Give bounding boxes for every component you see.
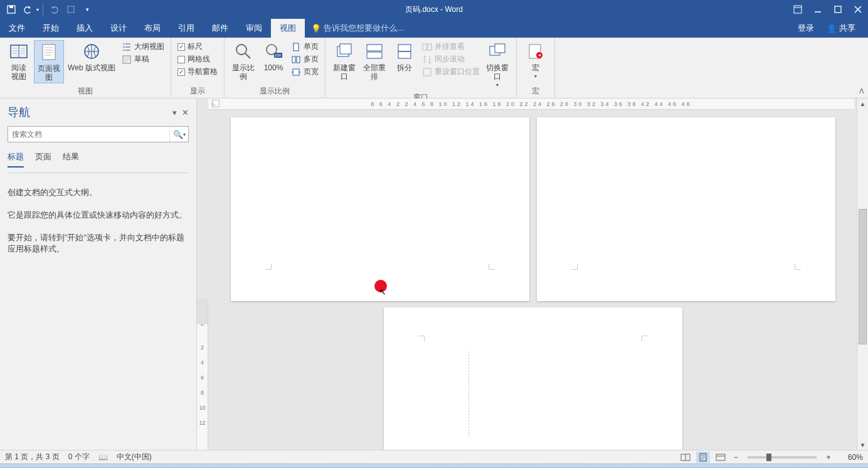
zoom-slider-knob[interactable]: [766, 454, 771, 461]
group-zoom-label: 显示比例: [228, 85, 321, 97]
ribbon-display-button[interactable]: [788, 0, 808, 19]
side-by-side-button[interactable]: 并排查看: [422, 41, 480, 52]
nav-search-input[interactable]: [8, 127, 169, 142]
minimize-button[interactable]: [808, 0, 828, 19]
macros-button[interactable]: 宏 ▾: [521, 40, 551, 82]
group-window: 新建窗口 全部重排 拆分 并排查看 同步滚动 重设窗口位置 切换窗口 ▾ 窗口: [326, 38, 517, 98]
windows-taskbar[interactable]: [0, 464, 868, 468]
nav-pane-title: 导航: [8, 105, 30, 120]
ruler-tick: 12: [199, 420, 205, 426]
tab-mailings[interactable]: 邮件: [203, 19, 237, 38]
title-bar: ▾ ▾ 页码.docx - Word: [0, 0, 868, 19]
web-layout-button[interactable]: Web 版式视图: [64, 40, 119, 73]
tell-me-search[interactable]: 💡 告诉我您想要做什么...: [305, 19, 410, 38]
vertical-ruler[interactable]: 4 2 2 4 6 8 10 12: [197, 299, 208, 450]
spellcheck-button[interactable]: 📖: [98, 453, 108, 462]
scroll-thumb[interactable]: [859, 209, 867, 344]
ribbon-tabs: 文件 开始 插入 设计 布局 引用 邮件 审阅 视图 💡 告诉我您想要做什么..…: [0, 19, 868, 38]
svg-point-9: [236, 45, 246, 55]
svg-text:100: 100: [275, 53, 282, 57]
tab-file[interactable]: 文件: [0, 19, 34, 38]
zoom-100-button[interactable]: 100 100%: [258, 40, 288, 73]
touch-mode-button[interactable]: [63, 3, 78, 16]
collapse-ribbon-button[interactable]: ᐱ: [859, 87, 864, 95]
nav-tab-pages[interactable]: 页面: [35, 151, 51, 168]
svg-rect-4: [835, 6, 841, 13]
tab-references[interactable]: 引用: [169, 19, 203, 38]
tab-selector-icon[interactable]: ∟: [212, 100, 220, 107]
page-count[interactable]: 第 1 页，共 3 页: [5, 452, 60, 462]
ruler-label: 标尺: [188, 41, 203, 52]
share-button[interactable]: 👤 共享: [820, 19, 862, 38]
multi-page-button[interactable]: 多页: [291, 54, 319, 65]
svg-rect-31: [716, 454, 725, 460]
zoom-button[interactable]: 显示比例: [228, 40, 258, 82]
svg-rect-1: [9, 6, 13, 8]
magnifier-icon: [233, 41, 253, 61]
web-view-button[interactable]: [714, 452, 728, 463]
print-layout-button[interactable]: 页面视图: [34, 40, 64, 83]
nav-hint-2: 它是跟踪您的具体位置或快速移动内容的好方式。: [8, 210, 189, 221]
nav-tab-results[interactable]: 结果: [63, 151, 79, 168]
gridlines-checkbox[interactable]: 网格线: [177, 54, 218, 65]
tab-design[interactable]: 设计: [102, 19, 135, 38]
margin-guide: [642, 336, 648, 342]
read-mode-icon: [9, 41, 29, 61]
scroll-down-button[interactable]: ▼: [857, 440, 868, 450]
arrange-all-button[interactable]: 全部重排: [359, 40, 389, 82]
zoom-in-button[interactable]: +: [824, 453, 833, 462]
print-view-button[interactable]: [696, 452, 710, 463]
ruler-checkbox[interactable]: 标尺: [177, 41, 218, 52]
switch-windows-button[interactable]: 切换窗口 ▾: [482, 40, 512, 91]
scroll-up-button[interactable]: ▲: [857, 98, 868, 109]
sync-scroll-label: 同步滚动: [435, 54, 465, 65]
vertical-scrollbar[interactable]: ▲ ▼: [857, 98, 868, 450]
navpane-checkbox[interactable]: 导航窗格: [177, 66, 218, 77]
tab-view[interactable]: 视图: [271, 19, 305, 38]
tab-insert[interactable]: 插入: [68, 19, 102, 38]
new-window-button[interactable]: 新建窗口: [329, 40, 359, 82]
nav-tab-headings[interactable]: 标题: [8, 151, 24, 168]
nav-search-box[interactable]: 🔍▾: [8, 126, 189, 142]
zoom-slider[interactable]: [748, 456, 817, 459]
signin-button[interactable]: 登录: [791, 19, 820, 38]
reset-window-button[interactable]: 重设窗口位置: [422, 66, 480, 77]
page-1[interactable]: [231, 117, 529, 301]
page-3[interactable]: [384, 307, 682, 450]
save-button[interactable]: [4, 3, 19, 16]
read-view-button[interactable]: [679, 452, 692, 463]
share-icon: 👤: [827, 24, 837, 33]
tab-review[interactable]: 审阅: [237, 19, 271, 38]
read-mode-button[interactable]: 阅读 视图: [4, 40, 34, 82]
word-count[interactable]: 0 个字: [68, 452, 90, 462]
zoom-out-button[interactable]: −: [731, 453, 740, 462]
nav-close-button[interactable]: ✕: [182, 108, 189, 117]
group-views: 阅读 视图 页面视图 Web 版式视图 大纲视图 草稿 视图: [0, 38, 171, 98]
split-button[interactable]: 拆分: [389, 40, 420, 73]
ruler-tick: 8: [201, 390, 204, 396]
language-button[interactable]: 中文(中国): [117, 452, 152, 462]
maximize-button[interactable]: [828, 0, 848, 19]
undo-dropdown-icon[interactable]: ▾: [36, 7, 39, 13]
horizontal-ruler[interactable]: ∟ 8 6 4 2 2 4 6 8 10 12 14 16 18 20 22 2…: [208, 98, 854, 110]
document-area[interactable]: ∟ 8 6 4 2 2 4 6 8 10 12 14 16 18 20 22 2…: [197, 98, 868, 450]
margin-guide: [489, 263, 495, 270]
zoom-100-icon: 100: [263, 41, 283, 61]
outline-view-button[interactable]: 大纲视图: [122, 41, 164, 52]
draft-view-button[interactable]: 草稿: [122, 54, 164, 65]
nav-search-button[interactable]: 🔍▾: [169, 127, 188, 142]
zoom-level[interactable]: 60%: [837, 453, 863, 462]
group-show: 标尺 网格线 导航窗格 显示: [171, 38, 225, 98]
sync-scroll-button[interactable]: 同步滚动: [422, 54, 480, 65]
qat-customize-button[interactable]: ▾: [80, 3, 95, 16]
page-2[interactable]: [537, 117, 835, 301]
nav-options-button[interactable]: ▾: [172, 108, 177, 117]
redo-button[interactable]: [47, 3, 62, 16]
one-page-button[interactable]: 单页: [291, 41, 319, 52]
tab-home[interactable]: 开始: [34, 19, 68, 38]
page-width-button[interactable]: 页宽: [291, 66, 319, 77]
svg-rect-16: [293, 69, 299, 75]
close-button[interactable]: [848, 0, 868, 19]
tab-layout[interactable]: 布局: [135, 19, 169, 38]
undo-button[interactable]: [20, 3, 35, 16]
